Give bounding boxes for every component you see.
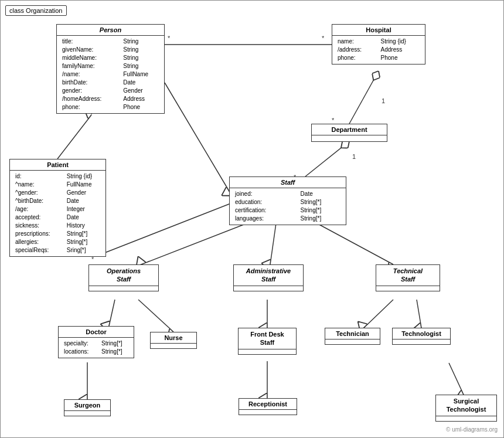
class-department-title: Department xyxy=(312,124,387,135)
class-hospital-title: Hospital xyxy=(332,25,425,36)
class-hospital-body: name:String {id} /address:Address phone:… xyxy=(332,36,425,64)
svg-line-14 xyxy=(317,223,393,264)
svg-line-19 xyxy=(417,300,421,328)
class-technician-title: Technician xyxy=(325,328,380,339)
class-technologist: Technologist xyxy=(392,328,451,345)
svg-text:*: * xyxy=(322,35,325,42)
class-patient-body: id:String {id} ^name:FullName ^gender:Ge… xyxy=(10,171,105,256)
class-department-body xyxy=(312,135,387,141)
class-front-desk-body xyxy=(239,349,296,354)
class-technical-staff-title: Technical Staff xyxy=(376,265,440,286)
svg-line-16 xyxy=(138,300,173,332)
class-hospital: Hospital name:String {id} /address:Addre… xyxy=(332,24,425,64)
svg-line-7 xyxy=(165,83,229,191)
class-technician-body xyxy=(325,339,380,344)
class-receptionist: Receptionist xyxy=(239,398,297,415)
svg-line-10 xyxy=(305,141,349,176)
svg-line-11 xyxy=(105,203,232,253)
class-patient-title: Patient xyxy=(10,159,105,171)
class-person: Person title:String givenName:String mid… xyxy=(56,24,165,114)
class-nurse: Nurse xyxy=(150,332,197,349)
class-technician: Technician xyxy=(325,328,380,345)
class-doctor: Doctor specialty:String[*] locations:Str… xyxy=(58,326,134,358)
class-surgical-technologist-title: Surgical Technologist xyxy=(436,395,496,416)
class-front-desk: Front Desk Staff xyxy=(238,328,297,355)
class-patient: Patient id:String {id} ^name:FullName ^g… xyxy=(9,159,106,257)
class-receptionist-body xyxy=(239,410,297,415)
class-technical-staff-body xyxy=(376,286,440,291)
class-doctor-body: specialty:String[*] locations:String[*] xyxy=(59,338,134,358)
class-surgical-technologist: Surgical Technologist xyxy=(435,395,497,422)
class-front-desk-title: Front Desk Staff xyxy=(239,328,296,349)
svg-text:*: * xyxy=(168,35,171,42)
class-staff-title: Staff xyxy=(230,177,346,188)
class-staff-body: joined:Date education:String[*] certific… xyxy=(230,188,346,225)
svg-line-22 xyxy=(449,363,464,395)
class-nurse-body xyxy=(151,344,196,348)
svg-text:1: 1 xyxy=(382,97,385,104)
class-nurse-title: Nurse xyxy=(151,332,196,344)
svg-line-8 xyxy=(349,71,379,124)
class-operations-staff-body xyxy=(89,286,158,291)
svg-line-18 xyxy=(364,300,393,328)
svg-line-12 xyxy=(141,223,247,264)
svg-line-13 xyxy=(270,223,276,264)
class-admin-staff-body xyxy=(234,286,303,291)
class-person-body: title:String givenName:String middleName… xyxy=(57,36,164,113)
svg-line-15 xyxy=(109,300,115,326)
class-person-title: Person xyxy=(57,25,164,36)
watermark: © uml-diagrams.org xyxy=(446,426,498,433)
class-department: Department xyxy=(311,124,387,142)
class-surgeon-body xyxy=(64,411,110,416)
class-admin-staff-title: Administrative Staff xyxy=(234,265,303,286)
class-admin-staff: Administrative Staff xyxy=(233,264,304,291)
class-doctor-title: Doctor xyxy=(59,327,134,338)
class-staff: Staff joined:Date education:String[*] ce… xyxy=(229,176,346,225)
svg-text:1: 1 xyxy=(352,153,356,160)
class-technical-staff: Technical Staff xyxy=(376,264,440,291)
class-surgeon-title: Surgeon xyxy=(64,400,110,411)
svg-text:*: * xyxy=(332,117,335,124)
class-technologist-title: Technologist xyxy=(393,328,450,339)
svg-line-6 xyxy=(57,115,91,159)
class-surgeon: Surgeon xyxy=(64,399,111,416)
diagram-canvas: class Organization xyxy=(0,0,504,438)
class-surgical-technologist-body xyxy=(436,416,496,421)
class-operations-staff-title: Operations Staff xyxy=(89,265,158,286)
diagram-title: class Organization xyxy=(5,5,67,16)
class-receptionist-title: Receptionist xyxy=(239,399,297,410)
class-operations-staff: Operations Staff xyxy=(88,264,159,291)
class-technologist-body xyxy=(393,339,450,344)
